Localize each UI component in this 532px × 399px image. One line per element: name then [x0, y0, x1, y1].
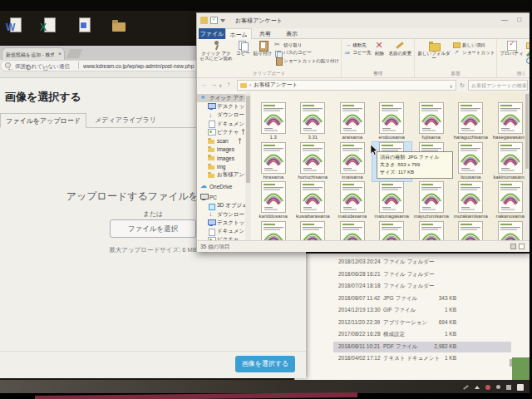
ribbon-button[interactable]: コピー先: [343, 50, 371, 57]
file-item[interactable]: matudasama: [332, 181, 372, 221]
ribbon-button[interactable]: 新しいフォルダー: [416, 40, 451, 62]
sidebar-item-8[interactable]: img: [197, 162, 245, 170]
taskbar[interactable]: [0, 380, 532, 393]
maximize-button[interactable]: □: [517, 16, 521, 23]
ribbon-button[interactable]: 貼り付け: [253, 40, 273, 56]
file-item[interactable]: kariddosama: [254, 181, 293, 221]
ime-icon[interactable]: [517, 384, 524, 391]
qat-dropdown-icon[interactable]: [220, 19, 225, 22]
security-label[interactable]: 保護されていない通信: [15, 63, 70, 71]
media-tab-1[interactable]: メディアライブラリ: [88, 113, 163, 128]
detail-row-0[interactable]: 2018/12/03 20:24 ファイル フォルダー: [295, 257, 531, 269]
sidebar-item-7[interactable]: images: [197, 154, 245, 162]
ribbon-button[interactable]: 切り取り: [274, 42, 339, 48]
nav-recent-icon[interactable]: ∨: [219, 82, 222, 88]
file-item[interactable]: horiuchisama: [293, 142, 333, 182]
tab-close-icon[interactable]: ×: [58, 51, 62, 57]
ribbon-tab-3[interactable]: 表示: [278, 28, 305, 39]
ribbon-button[interactable]: パスのコピー: [274, 50, 339, 57]
detail-row-5[interactable]: 2012/11/20 22:39 アプリケーション 694 KB: [295, 318, 531, 330]
desktop-icon-folder[interactable]: [111, 17, 128, 35]
thumbnail-view-icon[interactable]: [519, 244, 525, 249]
file-item[interactable]: endousama: [372, 102, 412, 142]
file-item[interactable]: 3.31: [293, 102, 333, 142]
file-item[interactable]: [332, 221, 372, 240]
detail-row-1[interactable]: 2018/06/28 16:21 ファイル フォルダー: [295, 269, 531, 282]
nav-back-icon[interactable]: ←: [201, 81, 208, 88]
caret-up-icon[interactable]: [475, 386, 480, 389]
background-explorer-window[interactable]: 2018/12/03 20:24 ファイル フォルダー 2018/06/28 1…: [294, 254, 531, 380]
search-input[interactable]: お客様アンケートの検索: [468, 80, 528, 91]
detail-row-2[interactable]: 2018/07/24 18:18 ファイル フォルダー: [295, 281, 531, 293]
file-item[interactable]: haraguchisama: [451, 102, 491, 142]
sidebar-item-5[interactable]: scan: [197, 136, 245, 145]
file-item[interactable]: mayuzumisama: [411, 181, 451, 221]
ribbon-tab-2[interactable]: 共有: [252, 28, 278, 39]
select-files-button[interactable]: ファイルを選択: [110, 219, 196, 238]
ribbon-button[interactable]: ショートカットの貼り付け: [274, 57, 339, 64]
explorer-titlebar[interactable]: お客様アンケート — □: [197, 13, 530, 28]
sidebar-item-11[interactable]: PC: [197, 193, 245, 201]
file-item[interactable]: imaisama: [332, 142, 372, 182]
breadcrumb-dropdown-icon[interactable]: ∨: [450, 83, 453, 89]
ribbon-button[interactable]: プロパティ: [499, 40, 524, 56]
file-item[interactable]: [293, 221, 333, 240]
desktop-icon-word[interactable]: [6, 17, 22, 35]
select-image-button[interactable]: 画像を選択する: [235, 356, 295, 372]
detail-row-4[interactable]: 2014/12/19 13:30 GIF ファイル 1 KB: [295, 305, 531, 318]
file-item[interactable]: [372, 221, 412, 240]
ribbon-button[interactable]: 名前の変更: [387, 40, 412, 56]
sidebar-item-13[interactable]: ダウンロード: [197, 210, 245, 219]
file-item[interactable]: murakamisama: [451, 181, 491, 221]
breadcrumb[interactable]: › お客様アンケート ∨: [237, 80, 456, 91]
ribbon-tab-1[interactable]: ホーム: [225, 28, 252, 39]
ribbon-button[interactable]: 新しい項目: [453, 42, 495, 48]
nav-up-icon[interactable]: ↑: [227, 81, 230, 88]
sidebar-item-0[interactable]: クイック アクセス: [197, 94, 245, 102]
ribbon-button[interactable]: ショートカット: [453, 50, 495, 57]
pen-icon[interactable]: [463, 385, 469, 390]
file-item[interactable]: [451, 221, 491, 240]
info-icon[interactable]: [5, 62, 11, 68]
sidebar-item-1[interactable]: デスクトップ: [197, 102, 245, 111]
sidebar-item-6[interactable]: images: [197, 145, 245, 154]
sidebar-scrollbar[interactable]: [245, 92, 251, 240]
notification-icon[interactable]: [485, 385, 490, 390]
new-tab-button[interactable]: [66, 49, 82, 58]
media-tab-0[interactable]: ファイルをアップロード: [0, 113, 86, 128]
sidebar-item-4[interactable]: ピクチャ: [197, 128, 245, 136]
sidebar-item-9[interactable]: お客様アンケート: [197, 171, 245, 180]
breadcrumb-path[interactable]: お客様アンケート: [254, 81, 298, 89]
volume-icon[interactable]: [496, 385, 500, 389]
sidebar-item-12[interactable]: 3D オブジェクト: [197, 202, 245, 210]
file-item[interactable]: matunagasama: [372, 181, 412, 221]
detail-row-8[interactable]: 2018/04/02 17:12 テキスト ドキュメント 1 KB: [295, 353, 531, 366]
desktop-icon-excel[interactable]: [40, 17, 57, 35]
file-item[interactable]: kuwabarasama: [293, 181, 333, 221]
file-item[interactable]: [411, 221, 451, 240]
details-view-icon[interactable]: [510, 244, 516, 249]
sidebar-item-15[interactable]: ドキュメント: [197, 227, 245, 235]
refresh-icon[interactable]: ↻: [460, 82, 465, 89]
browser-tab[interactable]: 新規投稿を追加 - 株式会... ×: [2, 47, 65, 60]
sidebar-item-3[interactable]: ドキュメント: [197, 120, 245, 128]
detail-row-3[interactable]: 2018/08/07 11:42 JPG ファイル 343 KB: [295, 293, 531, 306]
file-item[interactable]: 1.3: [254, 102, 293, 142]
nav-forward-icon[interactable]: →: [210, 81, 217, 88]
sidebar-item-2[interactable]: ダウンロード: [197, 111, 245, 120]
properties-shortcut-icon[interactable]: [210, 17, 218, 24]
file-item[interactable]: hirasama: [254, 142, 293, 182]
network-icon[interactable]: [506, 385, 511, 390]
sidebar-item-14[interactable]: デスクトップ: [197, 219, 245, 227]
detail-row-7[interactable]: 2018/08/11 10:21 PDF ファイル 2,982 KB: [295, 342, 531, 354]
file-item[interactable]: [254, 221, 293, 240]
minimize-button[interactable]: —: [501, 16, 508, 23]
ribbon-button[interactable]: 削除: [372, 40, 386, 56]
file-item[interactable]: fujisama: [411, 102, 451, 142]
ribbon-button[interactable]: コピー: [235, 40, 251, 56]
detail-row-6[interactable]: 2017/08/22 16:28 構成設定 1 KB: [295, 329, 531, 342]
file-item[interactable]: araisama: [332, 102, 372, 142]
file-item[interactable]: itousama: [451, 142, 491, 182]
ribbon-tab-0[interactable]: ファイル: [199, 28, 225, 39]
desktop-icon-image-file[interactable]: [75, 17, 91, 35]
